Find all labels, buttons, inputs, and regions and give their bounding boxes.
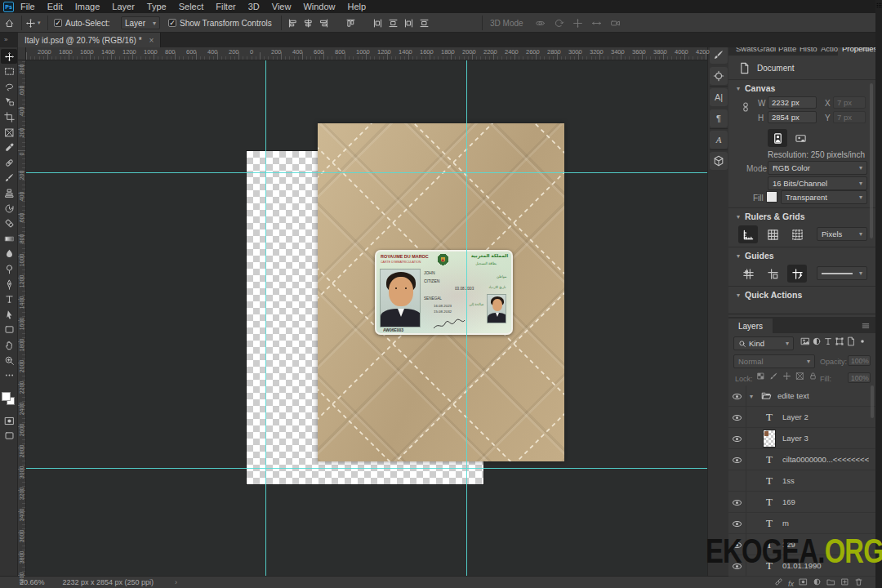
mask-button[interactable] (799, 577, 808, 586)
lock-move-button[interactable] (782, 372, 791, 381)
id-card-image[interactable]: ROYAUME DU MAROC CARTE D'IMMATRICULATION… (375, 250, 513, 335)
layer-fx-button[interactable]: fx (788, 575, 794, 588)
blur-tool[interactable] (1, 247, 17, 261)
layer-name[interactable]: 169 (782, 497, 795, 506)
history-brush-tool[interactable] (1, 201, 17, 216)
tool-preset-button[interactable]: ▾ (25, 13, 41, 33)
trash-button[interactable] (854, 577, 863, 586)
properties-scrollbar[interactable] (870, 83, 873, 238)
dist-h-button[interactable] (372, 18, 383, 29)
workspace-switcher-icon[interactable] (875, 2, 882, 9)
close-icon[interactable]: × (149, 36, 154, 45)
menu-window[interactable]: Window (303, 2, 335, 11)
menu-edit[interactable]: Edit (47, 2, 63, 11)
auto-select-checkbox[interactable]: ✓ (54, 19, 62, 27)
orientation-landscape-button[interactable] (791, 129, 810, 147)
home-button[interactable] (4, 13, 15, 33)
dodge-tool[interactable] (1, 261, 17, 276)
move-tool[interactable] (1, 49, 17, 64)
tab-layers[interactable]: Layers (728, 318, 773, 333)
layer-name[interactable]: Layer 2 (782, 412, 808, 421)
path-selection-tool[interactable] (1, 307, 17, 322)
photoshop-logo[interactable]: Ps (3, 2, 14, 12)
filter-page-button[interactable] (846, 336, 856, 346)
filter-type-t-button[interactable] (823, 336, 833, 346)
menu-type[interactable]: Type (147, 2, 167, 11)
lock-transp-lock-button[interactable] (756, 372, 765, 381)
type-tool[interactable] (1, 292, 17, 307)
layer-visibility-on[interactable] (728, 449, 746, 470)
pen-tool[interactable] (1, 277, 17, 292)
quick-actions-section-header[interactable]: ▾ Quick Actions (737, 290, 802, 300)
layer-row-5[interactable]: T169 (728, 492, 875, 513)
height-field[interactable]: 2854 px (768, 111, 817, 123)
rectangular-marquee-tool[interactable] (1, 65, 17, 79)
panel-brush-settings-button[interactable] (710, 46, 728, 64)
panel-character-button[interactable]: A| (710, 88, 728, 106)
toggle-grid-button[interactable] (763, 225, 782, 243)
collapse-icon[interactable]: » (4, 36, 7, 43)
guides-option-2-button[interactable] (763, 265, 782, 283)
layers-menu-icon[interactable] (861, 321, 871, 331)
units-dropdown[interactable]: Pixels▾ (817, 227, 867, 241)
quick-mask-button[interactable] (1, 413, 17, 428)
more-dots-tool[interactable] (1, 368, 17, 383)
eyedropper-tool[interactable] (1, 140, 17, 155)
layer-visibility-on[interactable] (728, 407, 746, 428)
layer-name[interactable]: m (782, 519, 789, 528)
dist-v-button[interactable] (388, 18, 399, 29)
layer-row-2[interactable]: Layer 3 (728, 428, 875, 449)
menu-image[interactable]: Image (75, 2, 100, 11)
horizontal-ruler[interactable]: 2000180016001400120010008006004002000200… (26, 47, 707, 60)
menu-layer[interactable]: Layer (112, 2, 135, 11)
group-expand-caret[interactable]: ▾ (750, 393, 753, 400)
menu-3d[interactable]: 3D (248, 2, 260, 11)
auto-select-toggle[interactable]: ✓ Auto-Select: (54, 13, 109, 33)
folder-button[interactable] (826, 577, 835, 586)
layer-row-4[interactable]: T1ss (728, 470, 875, 492)
screen-mode-button[interactable] (1, 428, 17, 443)
color-swatches[interactable] (2, 392, 16, 407)
link-button[interactable] (774, 577, 783, 586)
hamburger-icon[interactable] (861, 321, 871, 331)
auto-select-dropdown[interactable]: Layer ▾ (121, 16, 160, 29)
filter-dot-button[interactable] (858, 336, 867, 346)
crop-tool[interactable] (1, 109, 17, 124)
foreground-color-swatch[interactable] (2, 392, 11, 401)
rectangle-tool[interactable] (1, 323, 17, 337)
status-chevron-icon[interactable]: › (175, 578, 177, 586)
gradient-tool[interactable] (1, 231, 17, 246)
fill-swatch[interactable] (766, 191, 777, 203)
link-dimensions-icon[interactable] (740, 101, 751, 113)
zoom-tool[interactable] (1, 353, 17, 368)
filter-shape-button[interactable] (835, 336, 844, 346)
guide-vertical-1[interactable] (265, 60, 266, 576)
menu-help[interactable]: Help (348, 2, 367, 11)
layer-name[interactable]: edite text (777, 391, 809, 400)
menu-select[interactable]: Select (179, 2, 204, 11)
fill-dropdown[interactable]: Transparent▾ (781, 190, 867, 204)
menu-view[interactable]: View (272, 2, 292, 11)
layer-visibility-on[interactable] (728, 428, 746, 449)
orientation-portrait-button[interactable] (768, 129, 787, 147)
lock-brush-button[interactable] (769, 372, 778, 381)
ruler-origin[interactable] (18, 47, 26, 60)
object-selection-tool[interactable] (1, 95, 17, 109)
menu-file[interactable]: File (20, 2, 35, 11)
panel-paragraph-button[interactable]: ¶ (710, 109, 728, 127)
layer-visibility-on[interactable] (728, 385, 746, 407)
guide-horizontal-2[interactable] (26, 468, 707, 469)
chain-icon[interactable] (740, 101, 751, 113)
hand-tool[interactable] (1, 337, 17, 352)
frame-tool[interactable] (1, 125, 17, 140)
layer-row-3[interactable]: Tcilta0000000...<<<<<<<<0 d (728, 449, 875, 470)
layer-filter-dropdown[interactable]: Kind ▾ (733, 336, 794, 350)
canvas-section-header[interactable]: ▾ Canvas (737, 83, 775, 93)
layers-scrollbar[interactable] (871, 385, 874, 418)
align-center-h-button[interactable] (303, 18, 314, 29)
layer-visibility-on[interactable] (728, 492, 746, 513)
guide-style-dropdown[interactable]: ▾ (817, 266, 867, 280)
align-left-button[interactable] (287, 18, 298, 29)
layer-name[interactable]: Layer 3 (782, 434, 808, 443)
align-right-button[interactable] (318, 18, 329, 29)
